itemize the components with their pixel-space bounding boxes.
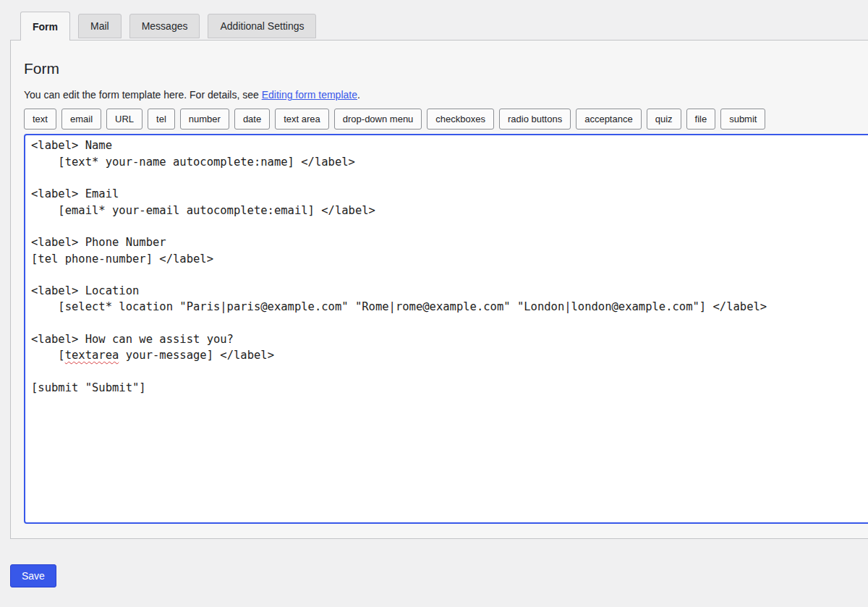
tab-messages[interactable]: Messages (129, 14, 200, 38)
editor-tabs: Form Mail Messages Additional Settings (20, 12, 316, 41)
tag-button-number[interactable]: number (180, 109, 229, 130)
tag-button-tel[interactable]: tel (148, 109, 175, 130)
tag-button-submit[interactable]: submit (720, 109, 765, 130)
tag-button-text[interactable]: text (24, 109, 56, 130)
tag-button-date[interactable]: date (234, 109, 270, 130)
tag-button-radio-buttons[interactable]: radio buttons (499, 109, 571, 130)
tab-mail[interactable]: Mail (78, 14, 122, 38)
description-period: . (357, 89, 360, 101)
tab-additional-settings[interactable]: Additional Settings (208, 14, 316, 38)
tag-button-drop-down-menu[interactable]: drop-down menu (334, 109, 422, 130)
form-panel: Form You can edit the form template here… (10, 40, 868, 539)
form-template-editor-content: <label> Name [text* your-name autocomple… (31, 137, 868, 396)
form-template-editor[interactable]: <label> Name [text* your-name autocomple… (24, 134, 868, 524)
tag-button-quiz[interactable]: quiz (647, 109, 681, 130)
description-text: You can edit the form template here. For… (24, 89, 262, 101)
save-button[interactable]: Save (10, 564, 56, 587)
tag-button-email[interactable]: email (61, 109, 101, 130)
editing-form-template-link[interactable]: Editing form template (262, 89, 357, 101)
tag-generator-toolbar: text email URL tel number date text area… (24, 109, 868, 130)
tab-form[interactable]: Form (20, 12, 70, 41)
tag-button-url[interactable]: URL (106, 109, 142, 130)
panel-heading: Form (24, 59, 868, 77)
tag-button-file[interactable]: file (686, 109, 716, 130)
tag-button-acceptance[interactable]: acceptance (576, 109, 642, 130)
tag-button-text-area[interactable]: text area (275, 109, 329, 130)
tag-button-checkboxes[interactable]: checkboxes (427, 109, 494, 130)
panel-description: You can edit the form template here. For… (24, 88, 868, 102)
